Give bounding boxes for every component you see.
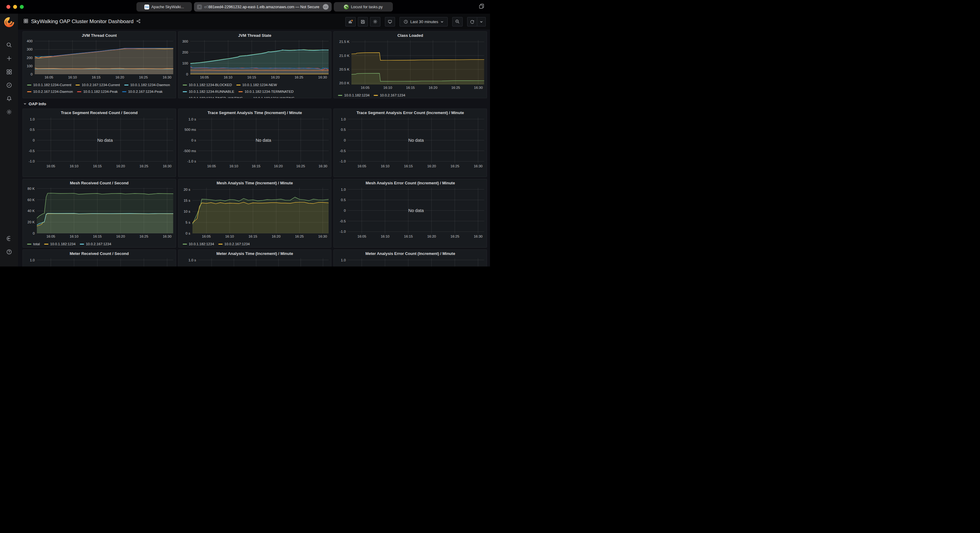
legend-item[interactable]: 10.0.1.182:1234-RUNNABLE	[183, 88, 234, 95]
y-axis-tick: 0	[33, 138, 35, 142]
panel-title[interactable]: Class Loaded	[334, 32, 487, 40]
x-axis-tick: 16:05	[46, 235, 55, 238]
time-range-picker[interactable]: Last 30 minutes	[399, 17, 448, 27]
panel-meter-received: Meter Received Count / Second 1.00.50-0.…	[22, 249, 176, 266]
configuration-gear-icon[interactable]	[6, 109, 12, 115]
y-axis-tick: 500 ms	[185, 128, 196, 132]
legend-item[interactable]: 10.0.1.182:1234-Current	[27, 81, 71, 88]
y-axis-tick: 200	[27, 56, 33, 60]
x-axis-tick: 16:20	[427, 164, 436, 168]
dashboards-icon[interactable]	[6, 69, 12, 75]
tab-title: e0881eed4-22961232.ap-east-1.elb.amazona…	[204, 5, 319, 9]
timeseries-chart[interactable]: 1.0 s500 ms0 s-500 ms-1.0 sNo data16:051…	[178, 117, 331, 170]
x-axis-tick: 16:05	[46, 164, 55, 168]
tab-title: Apache SkyWalki...	[151, 5, 184, 9]
panel-title[interactable]: JVM Thread State	[178, 32, 331, 40]
panel-title[interactable]: Meter Received Count / Second	[23, 250, 176, 258]
legend-item[interactable]: 10.0.2.167:1234	[80, 241, 111, 247]
row-oap-info[interactable]: OAP Info	[23, 100, 487, 107]
tab-locust[interactable]: Locust for tasks.py	[334, 2, 393, 11]
x-axis-tick: 16:25	[296, 164, 305, 168]
refresh-button[interactable]	[467, 17, 477, 27]
panel-mesh-analysis-time: Mesh Analysis Time (Increment) / Minute …	[178, 179, 332, 247]
legend-item[interactable]: 10.0.1.182:1234-Peak	[77, 88, 118, 95]
timeseries-chart[interactable]: 1.0 s500 ms0 s-500 ms-1.0 sNo data16:051…	[178, 258, 331, 266]
timeseries-chart[interactable]: 1.00.50-0.5-1.0No data16:0516:1016:1516:…	[23, 258, 176, 266]
help-icon[interactable]	[6, 249, 12, 255]
dashboard-header: SkyWalking OAP Cluster Monitor Dashboard	[18, 14, 490, 30]
x-axis-tick: 16:20	[115, 75, 124, 79]
add-panel-button[interactable]	[345, 17, 356, 27]
legend-item[interactable]: 10.0.2.167:1234-Current	[76, 81, 120, 88]
series-color-marker	[239, 91, 243, 92]
legend-item[interactable]: 10.0.1.182:1234-TIMED_WAITING	[183, 95, 243, 98]
legend-item[interactable]: 10.0.1.182:1234	[183, 241, 214, 247]
legend-item[interactable]: 10.0.1.182:1234-Daemon	[124, 81, 170, 88]
timeseries-chart[interactable]: 1.00.50-0.5-1.0No data16:0516:1016:1516:…	[334, 117, 487, 170]
tab-options-icon[interactable]	[323, 4, 329, 10]
y-axis-tick: 300	[182, 40, 188, 43]
timeseries-chart[interactable]: 0 s5 s10 s15 s20 s16:0516:1016:1516:2016…	[178, 187, 331, 247]
panel-title[interactable]: Mesh Analysis Time (Increment) / Minute	[178, 179, 331, 187]
minimize-window-button[interactable]	[13, 5, 17, 9]
x-axis-tick: 16:20	[427, 235, 436, 238]
panel-title[interactable]: JVM Thread Count	[23, 32, 176, 40]
search-icon[interactable]	[6, 42, 12, 48]
tab-title: Locust for tasks.py	[351, 5, 382, 9]
clock-icon	[404, 19, 408, 24]
legend-item[interactable]: 10.0.2.167:1234-Daemon	[27, 88, 73, 95]
legend-item[interactable]: 10.0.1.182:1234-BLOCKED	[183, 81, 232, 88]
create-plus-icon[interactable]	[6, 56, 12, 62]
grafana-logo[interactable]	[4, 17, 14, 27]
y-axis-tick: 10 s	[184, 209, 190, 213]
y-axis-tick: 200	[182, 51, 188, 54]
panel-title[interactable]: Trace Segment Analysis Time (Increment) …	[178, 109, 331, 117]
tab-active-dashboard[interactable]: ✕ e0881eed4-22961232.ap-east-1.elb.amazo…	[194, 2, 332, 11]
save-dashboard-button[interactable]	[358, 17, 368, 27]
legend-item[interactable]: total	[27, 241, 40, 247]
y-axis-tick: 21.0 K	[339, 54, 349, 57]
panel-title[interactable]: Meter Analysis Error Count (Increment) /…	[334, 250, 487, 258]
timeseries-chart[interactable]: 1.00.50-0.5-1.0No data16:0516:1016:1516:…	[23, 117, 176, 170]
series-color-marker	[183, 91, 187, 92]
cycle-view-tv-button[interactable]	[385, 17, 395, 27]
tab-apache-skywalking[interactable]: Sw Apache SkyWalki...	[137, 2, 192, 11]
x-axis-tick: 16:25	[450, 164, 459, 168]
legend-item[interactable]: 10.0.2.167:1234	[374, 92, 405, 98]
panel-title[interactable]: Mesh Analysis Error Count (Increment) / …	[334, 179, 487, 187]
explore-compass-icon[interactable]	[6, 82, 12, 88]
legend: 10.0.1.182:123410.0.2.167:1234	[335, 91, 484, 98]
tab-strip: Sw Apache SkyWalki... ✕ e0881eed4-229612…	[137, 2, 393, 11]
close-tab-icon[interactable]: ✕	[197, 5, 202, 10]
panel-title[interactable]: Mesh Received Count / Second	[23, 179, 176, 187]
legend-item[interactable]: 10.0.1.182:1234-TERMINATED	[239, 88, 294, 95]
x-axis-tick: 16:15	[93, 235, 102, 238]
y-axis-tick: 60 K	[27, 198, 35, 202]
tab-overview-icon[interactable]	[479, 3, 485, 10]
close-window-button[interactable]	[6, 5, 10, 9]
timeseries-chart[interactable]: 1.00.50-0.5-1.0No data16:0516:1016:1516:…	[334, 187, 487, 240]
legend-item[interactable]: 10.0.1.182:1234-WAITING	[247, 95, 295, 98]
timeseries-chart[interactable]: 010020030016:0516:1016:1516:2016:2516:30…	[178, 40, 331, 98]
timeseries-chart[interactable]: 20.0 K20.5 K21.0 K21.5 K16:0516:1016:151…	[334, 40, 487, 98]
panel-title[interactable]: Meter Analysis Time (Increment) / Minute	[178, 250, 331, 258]
x-axis-tick: 16:25	[295, 235, 304, 238]
legend-item[interactable]: 10.0.1.182:1234	[44, 241, 76, 247]
legend-item[interactable]: 10.0.1.182:1234-NEW	[236, 81, 277, 88]
share-icon[interactable]	[136, 19, 141, 25]
zoom-window-button[interactable]	[20, 5, 24, 9]
timeseries-chart[interactable]: 1.00.50-0.5-1.0No data16:0516:1016:1516:…	[334, 258, 487, 266]
sign-in-icon[interactable]	[6, 235, 12, 241]
panel-title[interactable]: Trace Segment Received Count / Second	[23, 109, 176, 117]
dashboard-settings-button[interactable]	[370, 17, 380, 27]
alerting-bell-icon[interactable]	[6, 95, 12, 102]
legend-item[interactable]: 10.0.1.182:1234	[338, 92, 369, 98]
zoom-out-time-button[interactable]	[452, 17, 463, 27]
legend-item[interactable]: 10.0.2.167:1234	[218, 241, 250, 247]
panel-title[interactable]: Trace Segment Analysis Error Count (Incr…	[334, 109, 487, 117]
legend-item[interactable]: 10.0.2.167:1234-Peak	[122, 88, 162, 95]
timeseries-chart[interactable]: 010020030040016:0516:1016:1516:2016:2516…	[23, 40, 176, 95]
refresh-interval-dropdown[interactable]	[477, 17, 486, 27]
timeseries-chart[interactable]: 020 K40 K60 K80 K16:0516:1016:1516:2016:…	[23, 187, 176, 247]
y-axis-tick: 20.5 K	[339, 68, 349, 71]
